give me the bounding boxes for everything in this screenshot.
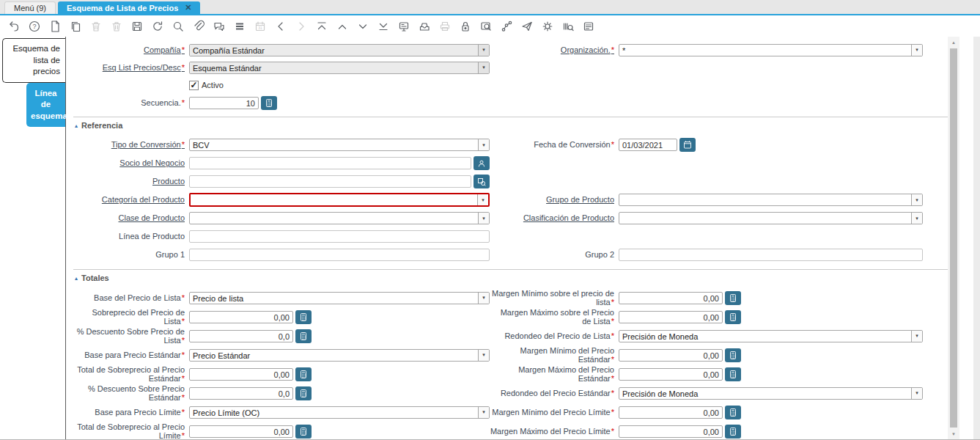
chevron-down-icon[interactable]: ▾: [478, 45, 489, 56]
save-icon[interactable]: [130, 20, 144, 33]
chevron-down-icon[interactable]: ▾: [911, 331, 922, 342]
redondeo-lista-combobox[interactable]: Precisión de Moneda ▾: [619, 330, 923, 342]
scroll-down-icon[interactable]: ▼: [948, 428, 959, 439]
chevron-down-icon[interactable]: ▾: [911, 213, 922, 224]
producto-label[interactable]: Producto: [73, 177, 189, 186]
business-partner-search-button[interactable]: [474, 156, 490, 170]
tipo-conversion-combobox[interactable]: BCV ▾: [189, 139, 490, 151]
grupo-producto-combobox[interactable]: ▾: [619, 194, 923, 206]
tab-menu[interactable]: Menú (9): [4, 1, 56, 14]
chevron-down-icon[interactable]: ▾: [478, 350, 489, 361]
lock-icon[interactable]: [459, 20, 472, 33]
report-icon[interactable]: [397, 20, 410, 33]
find-icon[interactable]: [172, 20, 185, 33]
section-totales[interactable]: ▴ Totales: [73, 269, 948, 288]
sidebar-tab-linea-esquema[interactable]: Línea de esquema: [26, 83, 65, 128]
product-info-icon[interactable]: [561, 20, 575, 33]
sidebar-tab-esquema-lista-precios[interactable]: Esquema de lista de precios: [2, 38, 65, 83]
zoom-across-icon[interactable]: [479, 20, 493, 33]
sobreprecio-limite-input[interactable]: 0,00: [189, 425, 293, 438]
base-precio-limite-combobox[interactable]: Precio Límite (OC) ▾: [189, 406, 490, 419]
organizacion-label[interactable]: Organización.*: [490, 45, 619, 54]
refresh-icon[interactable]: [151, 20, 164, 33]
tab-esquema-lista-precios[interactable]: Esquema de Lista de Precios ✕: [58, 1, 200, 14]
producto-input[interactable]: [189, 175, 471, 188]
base-precio-lista-combobox[interactable]: Precio de lista ▾: [189, 292, 490, 304]
margen-max-limite-input[interactable]: 0,00: [619, 425, 723, 438]
product-search-button[interactable]: [474, 175, 490, 188]
send-mail-icon[interactable]: [520, 20, 534, 33]
preferences-icon[interactable]: [541, 20, 554, 33]
sobreprecio-estandar-input[interactable]: 0,00: [189, 368, 293, 381]
compania-label[interactable]: Compañía*: [73, 45, 189, 54]
chevron-down-icon[interactable]: ▾: [477, 194, 488, 205]
chevron-down-icon[interactable]: ▾: [911, 194, 922, 205]
calculator-button[interactable]: [295, 367, 312, 381]
undo-icon[interactable]: [7, 20, 21, 33]
margen-min-estandar-input[interactable]: 0,00: [619, 349, 723, 362]
calculator-button[interactable]: [725, 425, 741, 439]
sobreprecio-lista-input[interactable]: 0,00: [189, 311, 293, 323]
chat-icon[interactable]: [213, 20, 226, 33]
chevron-down-icon[interactable]: ▾: [478, 407, 489, 418]
calculator-button[interactable]: [725, 291, 741, 305]
linea-producto-input[interactable]: [189, 230, 490, 243]
base-precio-estandar-combobox[interactable]: Precio Estándar ▾: [189, 349, 490, 362]
scrollbar-thumb[interactable]: [950, 48, 957, 428]
chevron-down-icon[interactable]: ▾: [478, 213, 489, 224]
calculator-button[interactable]: [295, 310, 312, 324]
categoria-producto-combobox[interactable]: ▾: [189, 193, 490, 207]
archive-icon[interactable]: [418, 20, 431, 33]
next-record-icon[interactable]: [356, 20, 369, 33]
fecha-conversion-input[interactable]: 01/03/2021: [619, 139, 677, 151]
vertical-scrollbar[interactable]: ▲ ▼: [948, 37, 959, 439]
margen-min-limite-input[interactable]: 0,00: [619, 406, 723, 419]
calculator-button[interactable]: [725, 406, 741, 419]
calculator-button[interactable]: [295, 425, 312, 439]
activo-checkbox[interactable]: ✓: [189, 81, 199, 90]
calendar-button[interactable]: [679, 138, 696, 152]
last-record-icon[interactable]: [377, 20, 390, 33]
grupo2-input[interactable]: [619, 249, 923, 261]
quick-form-icon[interactable]: [582, 20, 595, 33]
descuento-estandar-input[interactable]: 0,0: [189, 387, 293, 400]
margen-min-lista-input[interactable]: 0,00: [619, 292, 723, 304]
clasificacion-producto-label[interactable]: Clasificación de Producto: [490, 213, 619, 222]
copy-record-icon[interactable]: [69, 20, 82, 33]
help-icon[interactable]: ?: [28, 20, 41, 33]
clasificacion-producto-combobox[interactable]: ▾: [619, 212, 923, 224]
margen-max-estandar-input[interactable]: 0,00: [619, 368, 723, 381]
first-record-icon[interactable]: [315, 20, 328, 33]
workflow-icon[interactable]: [500, 20, 513, 33]
previous-record-icon[interactable]: [336, 20, 349, 33]
chevron-down-icon[interactable]: ▾: [478, 62, 489, 73]
calculator-button[interactable]: [725, 367, 741, 381]
chevron-down-icon[interactable]: ▾: [911, 45, 922, 56]
secuencia-input[interactable]: 10: [189, 97, 259, 109]
esq-list-precios-label[interactable]: Esq List Precios/Desc*: [73, 63, 189, 72]
socio-negocio-input[interactable]: [189, 157, 471, 169]
socio-negocio-label[interactable]: Socio del Negocio: [73, 158, 189, 167]
categoria-producto-label[interactable]: Categoría del Producto: [73, 195, 189, 204]
grid-toggle-icon[interactable]: [233, 20, 246, 33]
tab-prev-icon[interactable]: [274, 20, 287, 33]
compania-combobox[interactable]: Compañía Estándar ▾: [189, 44, 490, 56]
calculator-button[interactable]: [261, 96, 277, 110]
section-referencia[interactable]: ▴ Referencia: [73, 117, 948, 136]
grupo1-input[interactable]: [189, 249, 490, 261]
close-tab-icon[interactable]: ✕: [185, 3, 191, 12]
chevron-down-icon[interactable]: ▾: [478, 293, 489, 304]
descuento-lista-input[interactable]: 0,0: [189, 330, 293, 342]
scroll-up-icon[interactable]: ▲: [948, 37, 959, 48]
redondeo-estandar-combobox[interactable]: Precisión de Moneda ▾: [619, 387, 923, 400]
calculator-button[interactable]: [295, 329, 312, 343]
calculator-button[interactable]: [725, 310, 741, 324]
chevron-down-icon[interactable]: ▾: [478, 139, 489, 150]
chevron-down-icon[interactable]: ▾: [911, 388, 922, 399]
tipo-conversion-label[interactable]: Tipo de Conversión*: [73, 140, 189, 149]
esq-list-precios-combobox[interactable]: Esquema Estándar ▾: [189, 62, 490, 74]
clase-producto-combobox[interactable]: ▾: [189, 212, 490, 224]
attachment-icon[interactable]: [192, 20, 205, 33]
calculator-button[interactable]: [295, 386, 312, 400]
margen-max-lista-input[interactable]: 0,00: [619, 311, 723, 323]
